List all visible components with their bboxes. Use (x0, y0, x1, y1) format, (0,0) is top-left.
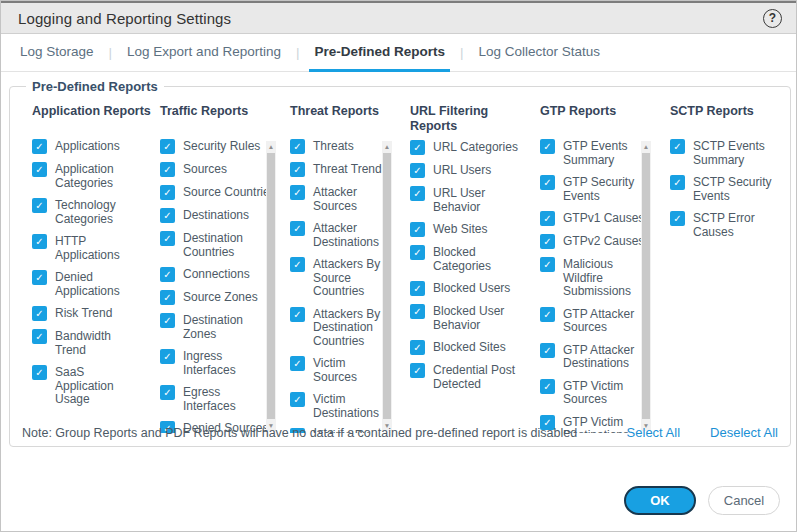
checkbox-checked-icon[interactable]: ✓ (32, 270, 47, 285)
report-checkbox-row[interactable]: ✓Threats (290, 139, 392, 154)
checkbox-checked-icon[interactable]: ✓ (160, 139, 175, 154)
tab-log-storage[interactable]: Log Storage (15, 34, 99, 72)
ok-button[interactable]: OK (624, 486, 696, 515)
report-checkbox-row[interactable]: ✓SaaS Application Usage (32, 365, 160, 407)
report-checkbox-row[interactable]: ✓Victim Sources (290, 356, 392, 384)
report-checkbox-row[interactable]: ✓Attackers By Destination Countries (290, 307, 392, 349)
report-checkbox-row[interactable]: ✓Destination Countries (160, 231, 276, 259)
report-checkbox-row[interactable]: ✓Blocked Sites (410, 340, 540, 355)
scrollbar-up-arrow-icon[interactable]: ▲ (641, 141, 651, 152)
report-checkbox-row[interactable]: ✓Threat Trend (290, 162, 392, 177)
help-icon[interactable]: ? (763, 9, 782, 28)
report-checkbox-row[interactable]: ✓Security Rules (160, 139, 276, 154)
report-checkbox-row[interactable]: ✓Application Categories (32, 162, 160, 190)
checkbox-checked-icon[interactable]: ✓ (160, 208, 175, 223)
report-checkbox-row[interactable]: ✓Attackers By Source Countries (290, 257, 392, 299)
report-checkbox-row[interactable]: ✓GTP Events Summary (540, 139, 651, 167)
report-checkbox-row[interactable]: ✓GTPv2 Causes (540, 234, 651, 249)
report-checkbox-row[interactable]: ✓Attacker Destinations (290, 221, 392, 249)
checkbox-checked-icon[interactable]: ✓ (290, 307, 305, 322)
report-checkbox-row[interactable]: ✓Destination Zones (160, 313, 276, 341)
vertical-scrollbar[interactable]: ▲▼ (266, 141, 276, 431)
report-checkbox-row[interactable]: ✓Source Countries (160, 185, 276, 200)
report-checkbox-row[interactable]: ✓Connections (160, 267, 276, 282)
report-checkbox-row[interactable]: ✓URL Categories (410, 140, 540, 155)
report-checkbox-row[interactable]: ✓SCTP Security Events (670, 175, 780, 203)
checkbox-checked-icon[interactable]: ✓ (160, 267, 175, 282)
checkbox-checked-icon[interactable]: ✓ (32, 139, 47, 154)
report-checkbox-row[interactable]: ✓Denied Applications (32, 270, 160, 298)
report-checkbox-row[interactable]: ✓Egress Interfaces (160, 385, 276, 413)
report-checkbox-row[interactable]: ✓URL Users (410, 163, 540, 178)
report-checkbox-row[interactable]: ✓URL User Behavior (410, 186, 540, 214)
checkbox-checked-icon[interactable]: ✓ (410, 163, 425, 178)
checkbox-checked-icon[interactable]: ✓ (540, 343, 555, 358)
report-checkbox-row[interactable]: ✓GTP Security Events (540, 175, 651, 203)
checkbox-checked-icon[interactable]: ✓ (290, 185, 305, 200)
checkbox-checked-icon[interactable]: ✓ (540, 307, 555, 322)
checkbox-checked-icon[interactable]: ✓ (32, 234, 47, 249)
checkbox-checked-icon[interactable]: ✓ (160, 385, 175, 400)
report-checkbox-row[interactable]: ✓GTP Attacker Sources (540, 307, 651, 335)
checkbox-checked-icon[interactable]: ✓ (410, 186, 425, 201)
vertical-scrollbar[interactable]: ▲▼ (382, 141, 392, 431)
checkbox-checked-icon[interactable]: ✓ (160, 313, 175, 328)
checkbox-checked-icon[interactable]: ✓ (540, 257, 555, 272)
report-checkbox-row[interactable]: ✓GTP Victim Sources (540, 379, 651, 407)
deselect-all-link[interactable]: Deselect All (710, 425, 778, 440)
tab-log-collector-status[interactable]: Log Collector Status (474, 34, 606, 72)
checkbox-checked-icon[interactable]: ✓ (410, 340, 425, 355)
checkbox-checked-icon[interactable]: ✓ (290, 356, 305, 371)
checkbox-checked-icon[interactable]: ✓ (290, 162, 305, 177)
report-checkbox-row[interactable]: ✓HTTP Applications (32, 234, 160, 262)
checkbox-checked-icon[interactable]: ✓ (32, 306, 47, 321)
checkbox-checked-icon[interactable]: ✓ (160, 162, 175, 177)
scrollbar-thumb[interactable] (383, 153, 391, 419)
checkbox-checked-icon[interactable]: ✓ (290, 139, 305, 154)
checkbox-checked-icon[interactable]: ✓ (670, 139, 685, 154)
checkbox-checked-icon[interactable]: ✓ (410, 363, 425, 378)
report-checkbox-row[interactable]: ✓Blocked User Behavior (410, 304, 540, 332)
checkbox-checked-icon[interactable]: ✓ (290, 392, 305, 407)
checkbox-checked-icon[interactable]: ✓ (160, 349, 175, 364)
report-checkbox-row[interactable]: ✓Risk Trend (32, 306, 160, 321)
report-checkbox-row[interactable]: ✓Victim Destinations (290, 392, 392, 420)
report-checkbox-row[interactable]: ✓Sources (160, 162, 276, 177)
report-checkbox-row[interactable]: ✓Malicious Wildfire Submissions (540, 257, 651, 299)
report-checkbox-row[interactable]: ✓Web Sites (410, 222, 540, 237)
report-checkbox-row[interactable]: ✓Blocked Users (410, 281, 540, 296)
checkbox-checked-icon[interactable]: ✓ (410, 140, 425, 155)
select-all-link[interactable]: Select All (627, 425, 680, 440)
scrollbar-up-arrow-icon[interactable]: ▲ (382, 141, 392, 152)
report-checkbox-row[interactable]: ✓Attacker Sources (290, 185, 392, 213)
report-checkbox-row[interactable]: ✓Bandwidth Trend (32, 329, 160, 357)
report-checkbox-row[interactable]: ✓Blocked Categories (410, 245, 540, 273)
checkbox-checked-icon[interactable]: ✓ (32, 365, 47, 380)
report-checkbox-row[interactable]: ✓Applications (32, 139, 160, 154)
checkbox-checked-icon[interactable]: ✓ (32, 198, 47, 213)
checkbox-checked-icon[interactable]: ✓ (540, 379, 555, 394)
cancel-button[interactable]: Cancel (708, 486, 780, 515)
scrollbar-up-arrow-icon[interactable]: ▲ (266, 141, 276, 152)
report-checkbox-row[interactable]: ✓SCTP Events Summary (670, 139, 780, 167)
scrollbar-thumb[interactable] (267, 153, 275, 419)
checkbox-checked-icon[interactable]: ✓ (160, 231, 175, 246)
report-checkbox-row[interactable]: ✓Technology Categories (32, 198, 160, 226)
checkbox-checked-icon[interactable]: ✓ (540, 211, 555, 226)
checkbox-checked-icon[interactable]: ✓ (160, 185, 175, 200)
report-checkbox-row[interactable]: ✓GTPv1 Causes (540, 211, 651, 226)
checkbox-checked-icon[interactable]: ✓ (32, 329, 47, 344)
tab-pre-defined-reports[interactable]: Pre-Defined Reports (309, 34, 450, 72)
tab-log-export-and-reporting[interactable]: Log Export and Reporting (122, 34, 286, 72)
checkbox-checked-icon[interactable]: ✓ (160, 290, 175, 305)
checkbox-checked-icon[interactable]: ✓ (410, 304, 425, 319)
checkbox-checked-icon[interactable]: ✓ (670, 211, 685, 226)
checkbox-checked-icon[interactable]: ✓ (540, 175, 555, 190)
report-checkbox-row[interactable]: ✓Credential Post Detected (410, 363, 540, 391)
checkbox-checked-icon[interactable]: ✓ (410, 281, 425, 296)
checkbox-checked-icon[interactable]: ✓ (290, 257, 305, 272)
report-checkbox-row[interactable]: ✓Destinations (160, 208, 276, 223)
checkbox-checked-icon[interactable]: ✓ (410, 222, 425, 237)
report-checkbox-row[interactable]: ✓Ingress Interfaces (160, 349, 276, 377)
report-checkbox-row[interactable]: ✓Source Zones (160, 290, 276, 305)
